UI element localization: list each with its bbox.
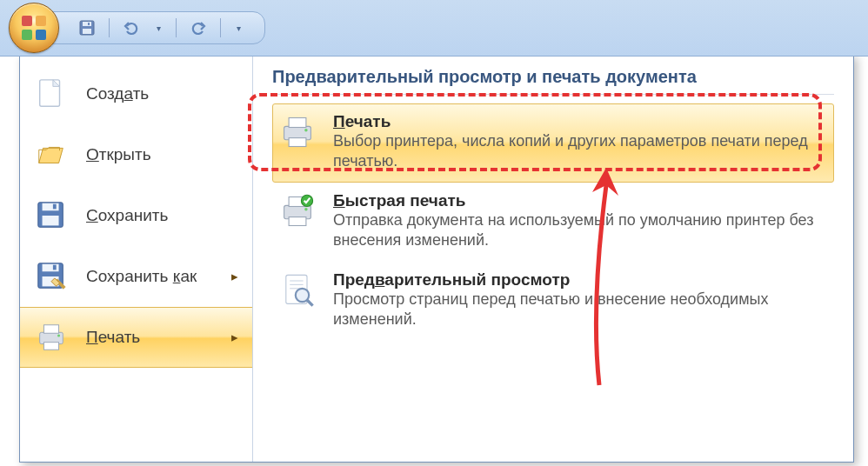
- option-text: Предварительный просмотрПросмотр страниц…: [333, 270, 829, 330]
- qat-redo-button[interactable]: [189, 18, 208, 37]
- opt-print-preview[interactable]: Предварительный просмотрПросмотр страниц…: [272, 262, 834, 341]
- redo-icon: [190, 19, 207, 37]
- office-menu: СоздатьОткрытьСохранитьСохранить как▸Печ…: [19, 54, 854, 463]
- saveas-icon: [34, 259, 69, 294]
- office-menu-left: СоздатьОткрытьСохранитьСохранить как▸Печ…: [20, 55, 253, 462]
- office-logo-icon: [20, 14, 48, 42]
- svg-rect-6: [83, 29, 91, 34]
- svg-rect-3: [36, 30, 46, 40]
- quick-access-toolbar: ▾ ▾: [38, 11, 265, 44]
- option-text: Быстрая печатьОтправка документа на испо…: [333, 191, 829, 251]
- save-icon: [34, 198, 69, 233]
- qat-save-button[interactable]: [77, 18, 97, 37]
- svg-rect-7: [88, 23, 90, 25]
- undo-icon: [123, 19, 140, 37]
- separator: [109, 18, 110, 37]
- option-text: ПечатьВыбор принтера, числа копий и друг…: [333, 112, 829, 172]
- submenu-arrow-icon: ▸: [231, 330, 238, 345]
- svg-rect-2: [22, 30, 32, 40]
- title-bar: ▾ ▾: [0, 0, 868, 57]
- option-title: Предварительный просмотр: [333, 270, 829, 290]
- office-menu-right: Предварительный просмотр и печать докуме…: [253, 55, 853, 462]
- preview-icon: [277, 270, 317, 310]
- separator: [220, 18, 221, 37]
- submenu-arrow-icon: ▸: [231, 269, 238, 284]
- print-icon: [34, 320, 69, 355]
- option-desc: Выбор принтера, числа копий и других пар…: [333, 131, 829, 172]
- menu-item-new[interactable]: Создать: [20, 63, 252, 124]
- separator: [176, 18, 177, 37]
- printer-quick-icon: [277, 191, 317, 231]
- menu-item-saveas[interactable]: Сохранить как▸: [20, 246, 252, 307]
- panel-title: Предварительный просмотр и печать докуме…: [272, 67, 834, 95]
- option-title: Быстрая печать: [333, 191, 829, 210]
- option-desc: Просмотр страниц перед печатью и внесени…: [333, 290, 829, 330]
- menu-item-label: Сохранить как: [86, 267, 197, 286]
- menu-item-save[interactable]: Сохранить: [20, 185, 252, 246]
- office-button[interactable]: [9, 3, 59, 53]
- svg-rect-5: [83, 22, 91, 26]
- printer-icon: [277, 112, 317, 152]
- menu-item-open[interactable]: Открыть: [20, 124, 252, 185]
- opt-print[interactable]: ПечатьВыбор принтера, числа копий и друг…: [272, 103, 834, 183]
- svg-rect-0: [22, 16, 32, 26]
- qat-undo-button[interactable]: [122, 18, 141, 37]
- opt-quick-print[interactable]: Быстрая печатьОтправка документа на испо…: [272, 183, 834, 262]
- undo-dropdown[interactable]: ▾: [153, 23, 164, 33]
- qat-customize-dropdown[interactable]: ▾: [233, 23, 244, 33]
- option-desc: Отправка документа на используемый по ум…: [333, 210, 829, 251]
- new-icon: [34, 77, 69, 111]
- menu-item-label: Печать: [86, 328, 140, 347]
- open-icon: [34, 137, 69, 172]
- menu-item-label: Открыть: [86, 145, 151, 164]
- menu-item-label: Сохранить: [86, 206, 168, 225]
- svg-rect-1: [36, 16, 46, 26]
- option-title: Печать: [333, 112, 829, 131]
- menu-item-print[interactable]: Печать▸: [20, 307, 252, 368]
- save-icon: [78, 19, 96, 37]
- menu-item-label: Создать: [86, 84, 149, 103]
